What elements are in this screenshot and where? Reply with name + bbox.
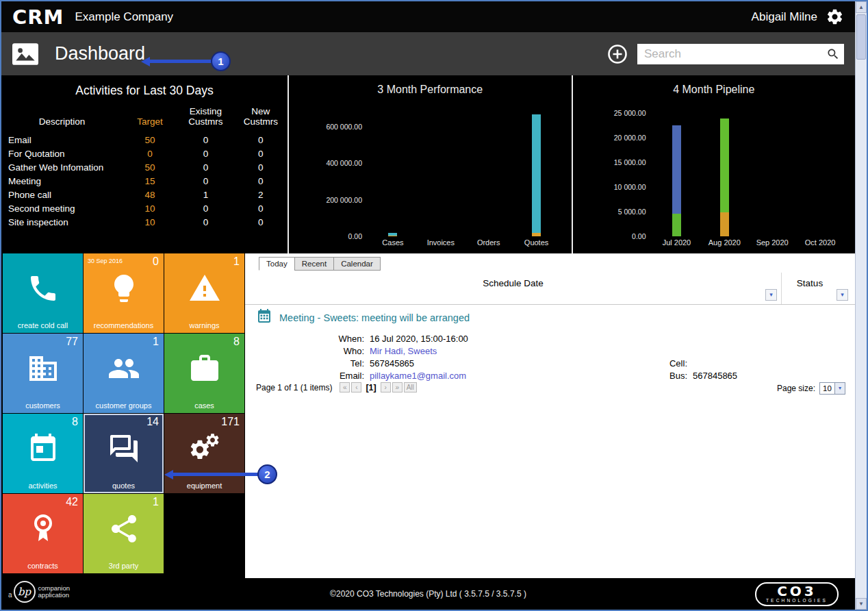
- meeting-title-link[interactable]: Meeting - Sweets: meeting will be arrang…: [279, 312, 470, 323]
- bar-group: Quotes: [513, 108, 561, 249]
- tile-cases[interactable]: 8 cases: [164, 334, 244, 413]
- y-tick-label: 10 000.00: [614, 183, 646, 191]
- search-button[interactable]: [826, 47, 840, 61]
- dashboard-panels: Activities for Last 30 Days Description …: [1, 75, 855, 253]
- tile-customers[interactable]: 77 customers: [3, 334, 83, 413]
- current-page: [1]: [366, 383, 376, 392]
- tile-label: contracts: [3, 562, 83, 570]
- performance-chart-panel: 3 Month Performance 0.00200 000.00400 00…: [289, 75, 573, 253]
- briefcase-icon: [188, 352, 221, 385]
- activity-target: 48: [123, 188, 177, 201]
- tile-contracts[interactable]: 42 contracts: [3, 494, 83, 573]
- chart-title: 4 Month Pipeline: [573, 75, 856, 96]
- crm-window: CRM Example Company Abigail Milne Dashbo…: [0, 0, 868, 611]
- schedule-date-filter-button[interactable]: ▾: [765, 289, 777, 301]
- page-size-select[interactable]: 10 ▾: [819, 382, 845, 395]
- y-tick-label: 0.00: [348, 232, 362, 240]
- bus-value: 567845865: [693, 370, 737, 382]
- column-header-status[interactable]: Status: [779, 278, 841, 288]
- tile-label: recommendations: [84, 321, 164, 329]
- email-link[interactable]: pillaykame1@gmail.com: [370, 370, 466, 382]
- tile-create-cold-call[interactable]: create cold call: [3, 253, 83, 333]
- calendar-icon: [27, 432, 60, 465]
- bar-segment: [672, 125, 681, 214]
- tab-calendar[interactable]: Calendar: [333, 257, 381, 271]
- scroll-up-button[interactable]: ▲: [856, 1, 867, 13]
- tile-warnings[interactable]: 1 warnings: [164, 253, 244, 333]
- pagination: Page 1 of 1 (1 items) « ‹ [1] › » All: [256, 382, 418, 392]
- vertical-scrollbar[interactable]: ▲ ▼: [855, 1, 867, 610]
- company-name: Example Company: [75, 10, 173, 24]
- scrollbar-thumb[interactable]: [856, 14, 866, 60]
- speech-bubbles-icon: [107, 432, 140, 465]
- status-filter-button[interactable]: ▾: [837, 289, 848, 301]
- activities-row: Email5000: [1, 133, 288, 147]
- page-size-control: Page size: 10 ▾: [777, 382, 845, 395]
- y-tick-label: 200 000.00: [326, 196, 362, 204]
- activities-table: Description Target Existing Custmrs New …: [1, 105, 288, 229]
- warning-triangle-icon: [188, 272, 221, 305]
- ribbon-award-icon: [27, 512, 60, 545]
- tab-today[interactable]: Today: [259, 257, 295, 271]
- x-tick-label: Oct 2020: [805, 236, 836, 249]
- bar: [672, 108, 681, 236]
- activity-target: 0: [123, 147, 177, 160]
- next-page-button[interactable]: ›: [381, 382, 391, 392]
- co3-name: CO3: [766, 584, 828, 598]
- meeting-contact-right: Cell: Bus:567845865: [619, 358, 737, 382]
- bar-group: Jul 2020: [653, 108, 701, 249]
- activity-existing: 0: [177, 147, 233, 160]
- scroll-down-button[interactable]: ▼: [856, 598, 867, 610]
- tile-activities[interactable]: 8 activities: [3, 414, 83, 493]
- prev-page-button[interactable]: ‹: [351, 382, 361, 392]
- when-value: 16 Jul 2020, 15:00-16:00: [370, 333, 468, 345]
- bar-segment: [532, 114, 541, 232]
- activities-row: Second meeting1000: [1, 201, 288, 215]
- tile-badge: 1: [153, 336, 159, 348]
- dashboard-image-icon: [12, 43, 38, 65]
- search-icon: [826, 47, 840, 61]
- y-tick-label: 15 000.00: [614, 158, 646, 166]
- add-button[interactable]: [607, 44, 628, 64]
- search-input[interactable]: [643, 47, 826, 62]
- nav-bar: Dashboard: [1, 32, 855, 75]
- bar-group: Orders: [465, 108, 513, 249]
- tile-date: 30 Sep 2016: [88, 258, 123, 264]
- tile-label: quotes: [84, 482, 164, 490]
- activities-row: Meeting1500: [1, 174, 288, 188]
- arrow-up-icon: ▲: [858, 4, 864, 10]
- tile-label: 3rd party: [84, 562, 164, 570]
- lightbulb-icon: [107, 272, 140, 305]
- first-page-button[interactable]: «: [340, 382, 350, 392]
- activity-target: 50: [123, 133, 177, 147]
- activity-target: 50: [123, 160, 177, 174]
- all-pages-button[interactable]: All: [404, 382, 417, 392]
- tile-recommendations[interactable]: 30 Sep 2016 0 recommendations: [84, 253, 164, 333]
- settings-button[interactable]: [826, 8, 844, 26]
- column-header-existing-custmrs: Existing Custmrs: [177, 105, 233, 133]
- activity-description: Phone call: [1, 188, 123, 201]
- chevron-down-icon: ▾: [841, 291, 844, 298]
- pipeline-chart-panel: 4 Month Pipeline 0.005 000.0010 000.0015…: [573, 75, 856, 253]
- activity-existing: 0: [177, 174, 233, 188]
- tile-3rd-party[interactable]: 1 3rd party: [84, 494, 164, 573]
- chevron-down-icon: ▾: [769, 291, 773, 298]
- plot-area: Jul 2020Aug 2020Sep 2020Oct 2020: [653, 108, 845, 249]
- tile-equipment[interactable]: 171 equipment: [164, 414, 244, 493]
- activity-new: 0: [234, 174, 288, 188]
- x-tick-label: Aug 2020: [709, 236, 741, 249]
- tile-quotes[interactable]: 14 quotes: [84, 414, 164, 493]
- tile-customer-groups[interactable]: 1 customer groups: [84, 334, 164, 413]
- annotation-step-1: 1: [211, 51, 231, 71]
- building-icon: [27, 352, 60, 385]
- column-header-schedule-date[interactable]: Schedule Date: [245, 278, 781, 288]
- tile-grid: create cold call 30 Sep 2016 0 recommend…: [3, 253, 244, 573]
- bar-segment: [720, 212, 729, 236]
- x-tick-label: Invoices: [427, 236, 455, 249]
- activity-target: 15: [123, 174, 177, 188]
- tab-recent[interactable]: Recent: [294, 257, 334, 271]
- last-page-button[interactable]: »: [392, 382, 403, 392]
- tile-badge: 0: [153, 255, 159, 268]
- who-link[interactable]: Mir Hadi, Sweets: [370, 345, 437, 358]
- y-axis: 0.005 000.0010 000.0015 000.0020 000.002…: [581, 108, 653, 236]
